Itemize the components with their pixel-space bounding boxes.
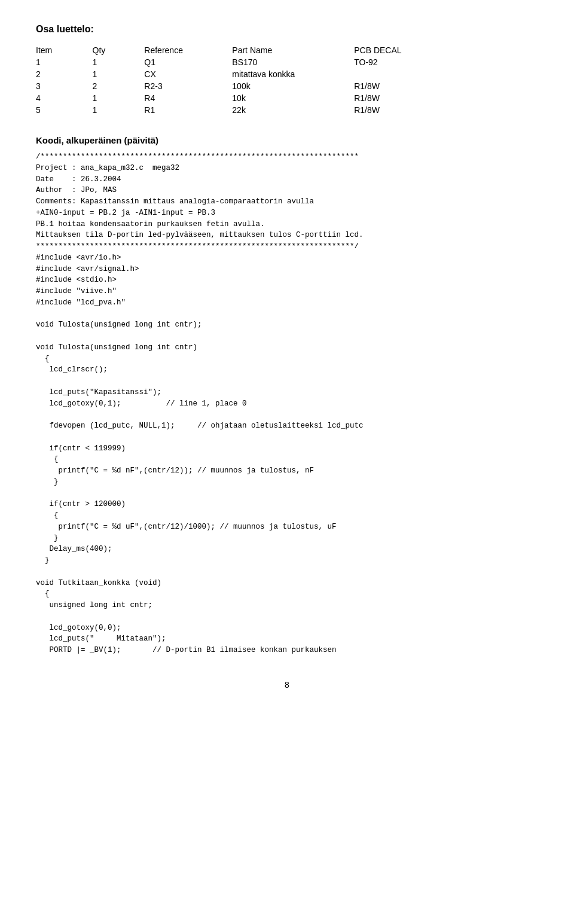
table-cell: CX	[144, 68, 232, 80]
col-header-pcbdecal: PCB DECAL	[354, 44, 454, 56]
table-row: 21CXmitattava konkka	[36, 68, 454, 80]
table-cell: 5	[36, 104, 93, 116]
table-row: 11Q1BS170TO-92	[36, 56, 454, 68]
table-cell: mitattava konkka	[232, 68, 354, 80]
table-cell: 100k	[232, 80, 354, 92]
table-cell: R4	[144, 92, 232, 104]
table-cell: BS170	[232, 56, 354, 68]
table-cell: 3	[36, 80, 93, 92]
table-cell: R1/8W	[354, 80, 454, 92]
table-cell: 10k	[232, 92, 354, 104]
table-cell: R2-3	[144, 80, 232, 92]
table-cell: R1	[144, 104, 232, 116]
page-content: Osa luettelo: Item Qty Reference Part Na…	[36, 24, 538, 690]
table-cell	[354, 68, 454, 80]
col-header-reference: Reference	[144, 44, 232, 56]
table-cell: Q1	[144, 56, 232, 68]
table-row: 32R2-3100kR1/8W	[36, 80, 454, 92]
table-cell: 22k	[232, 104, 354, 116]
code-section-title: Koodi, alkuperäinen (päivitä)	[36, 135, 538, 145]
table-cell: R1/8W	[354, 92, 454, 104]
table-cell: 1	[36, 56, 93, 68]
table-cell: 1	[93, 104, 145, 116]
table-cell: 2	[36, 68, 93, 80]
table-cell: 1	[93, 68, 145, 80]
table-cell: TO-92	[354, 56, 454, 68]
table-cell: 1	[93, 92, 145, 104]
page-number: 8	[36, 680, 538, 690]
col-header-item: Item	[36, 44, 93, 56]
section-title: Osa luettelo:	[36, 24, 538, 35]
parts-table: Item Qty Reference Part Name PCB DECAL 1…	[36, 44, 454, 116]
code-block: /***************************************…	[36, 151, 538, 656]
col-header-qty: Qty	[93, 44, 145, 56]
table-cell: 1	[93, 56, 145, 68]
table-cell: 2	[93, 80, 145, 92]
table-cell: 4	[36, 92, 93, 104]
table-row: 41R410kR1/8W	[36, 92, 454, 104]
table-cell: R1/8W	[354, 104, 454, 116]
col-header-partname: Part Name	[232, 44, 354, 56]
table-header-row: Item Qty Reference Part Name PCB DECAL	[36, 44, 454, 56]
table-body: 11Q1BS170TO-9221CXmitattava konkka32R2-3…	[36, 56, 454, 116]
table-row: 51R122kR1/8W	[36, 104, 454, 116]
